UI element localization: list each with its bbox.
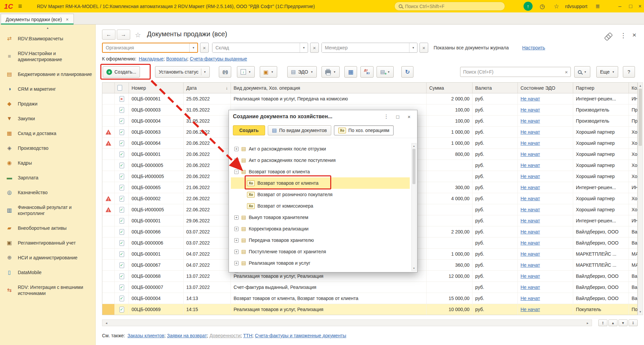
header-date[interactable]: Дата↓ [184,83,231,93]
forward-button[interactable]: → [117,30,130,40]
package-button[interactable]: ▣ ▼ [260,66,277,78]
table-row[interactable]: 00ЦБ-00000414:13Возврат товаров от клиен… [102,293,637,304]
tree-group-row[interactable]: +▤Акт о расхождениях после отгрузки [231,143,410,155]
by-document-types-button[interactable]: ▤ По видам документов [268,125,331,135]
refresh-button[interactable]: ↻ [401,66,413,78]
tree-group-row[interactable]: +▤Передача товаров хранителю [231,234,410,246]
global-search[interactable] [394,2,505,11]
edo-status-link[interactable]: Не начат [521,140,540,146]
search-options-button[interactable]: ▼ [574,66,590,78]
main-menu-hamburger-icon[interactable]: ≡ [18,0,22,12]
sidebar-item[interactable]: ≡RDV:Настройки и администрирование [0,46,95,67]
edo-status-link[interactable]: Не начат [521,185,540,190]
tree-group-row[interactable]: +▤Реализация товаров и услуг [231,257,410,269]
warehouse-filter-clear-button[interactable]: × [310,43,319,53]
back-button[interactable]: ← [102,30,115,40]
scroll-right-icon[interactable]: ▸ [584,320,592,326]
tree-item-row[interactable]: ХоВозврат товаров от клиента [231,177,410,189]
minimize-button[interactable]: – [615,0,625,12]
go-to-bottom-button[interactable]: ↧ [629,319,638,326]
see-also-link[interactable]: ТТН [243,333,252,338]
scroll-down-icon[interactable]: ▼ [638,309,643,314]
edo-status-link[interactable]: Не начат [521,163,540,168]
sidebar-item[interactable]: ◈Производство [0,141,95,156]
tab-sales-documents[interactable]: Документы продажи (все) × [1,14,74,25]
chevron-down-icon[interactable]: ▼ [300,43,308,52]
sidebar-item[interactable]: ◎Казначейство [0,185,95,200]
sidebar-item[interactable]: ▦Склад и доставка [0,126,95,141]
organization-filter-clear-button[interactable]: × [200,43,209,53]
list-search-input[interactable] [463,69,563,75]
history-icon[interactable]: ◷ [540,0,545,12]
to-process-link[interactable]: Возвраты [166,56,187,61]
scroll-up-icon[interactable]: ▲ [412,144,416,148]
tree-group-row[interactable]: +▤Акт о расхождениях после поступления [231,155,410,166]
chevron-down-icon[interactable]: ▼ [189,43,197,52]
dialog-scrollbar[interactable]: ▲ ▼ [411,143,416,271]
table-row[interactable]: 00ЦБ-00006914:15Реализация товаров и усл… [102,304,637,315]
tree-group-row[interactable]: +▤Реализация услуг и прочих активов [231,269,410,273]
more-button[interactable]: Еще ▼ [596,66,618,78]
organization-filter-input[interactable] [103,43,189,52]
sidebar-item[interactable]: ▤Бюджетирование и планирование [0,67,95,82]
to-process-link[interactable]: Накладные [139,56,163,61]
tree-group-row[interactable]: −▤Возврат товаров от клиента [231,166,410,177]
sidebar-item[interactable]: ◑CRM и маркетинг [0,82,95,96]
tab-close-icon[interactable]: × [66,17,68,22]
dialog-scroll-thumb[interactable] [412,149,415,184]
clear-search-icon[interactable]: × [565,69,568,75]
tree-item-row[interactable]: ХоВозврат от розничного покупателя [231,189,410,200]
expander-icon[interactable]: + [234,238,239,243]
table-row[interactable]: 00ЦБ-00006125.05.2022Реализация товаров … [102,93,637,104]
configure-link[interactable]: Настроить [522,45,545,50]
header-edo[interactable]: Состояние ЭДО [518,83,573,93]
scroll-down-icon[interactable]: ▼ [412,266,416,270]
edo-status-link[interactable]: Не начат [521,218,540,223]
page-up-button[interactable]: ▲ [608,319,617,326]
edo-status-link[interactable]: Не начат [521,273,540,279]
maximize-button[interactable]: □ [626,0,636,12]
connection-icon[interactable]: ≣ [595,0,600,12]
go-to-top-button[interactable]: ↥ [598,319,607,326]
edo-status-link[interactable]: Не начат [521,229,540,234]
load-document-button[interactable]: ↓ ▼ [237,66,255,78]
tree-group-row[interactable]: +▤Поступление товаров от хранителя [231,246,410,257]
page-down-button[interactable]: ▼ [618,319,628,326]
header-icon-col[interactable] [115,83,129,93]
vertical-scrollbar[interactable]: ▲ ▼ [638,82,643,315]
sidebar-item[interactable]: ▯DataMobile [0,265,95,280]
edo-status-link[interactable]: Не начат [521,307,540,312]
header-partner[interactable]: Партнер [573,83,629,93]
print-button[interactable]: ▼ [321,66,340,78]
current-user[interactable]: rdvsupport [565,0,587,12]
sidebar-scroll-up-icon[interactable]: ▲ [0,25,95,31]
expander-icon[interactable]: + [234,215,239,220]
tree-group-row[interactable]: +▤Выкуп товаров хранителем [231,212,410,223]
expander-icon[interactable]: + [234,227,239,231]
edo-status-link[interactable]: Не начат [521,196,540,201]
get-link-icon[interactable] [602,31,613,42]
manager-filter-clear-button[interactable]: × [419,43,428,53]
create-based-on-button[interactable]: ▤+ ▼ [377,66,394,78]
tree-item-row[interactable]: ХоВозврат от комиссионера [231,200,410,212]
header-warning-col[interactable] [102,83,115,93]
edo-button[interactable]: ▤ ЭДО ▼ [287,66,317,78]
to-process-link[interactable]: Счета-фактуры выданные [190,56,247,61]
chevron-down-icon[interactable]: ▼ [409,43,417,52]
form-more-icon[interactable]: ⋮ [620,32,627,39]
header-currency[interactable]: Валюта [473,83,518,93]
edo-status-link[interactable]: Не начат [521,285,540,290]
see-also-link[interactable]: Доверенности [209,333,241,338]
expander-icon[interactable]: + [234,158,239,163]
by-operations-button[interactable]: Хо По хоз. операциям [334,125,394,135]
dialog-close-icon[interactable]: × [405,114,413,120]
horizontal-scrollbar[interactable]: ◂ ▸ [102,319,592,326]
warehouse-filter-input[interactable] [212,43,300,52]
edo-status-link[interactable]: Не начат [521,152,540,157]
dialog-maximize-icon[interactable]: □ [394,114,402,120]
dtkt-button[interactable]: ДтКт [360,66,374,78]
vertical-scroll-thumb[interactable] [639,89,642,146]
sidebar-item[interactable]: ▼Закупки [0,111,95,126]
header-ko[interactable]: Ко... [629,83,638,93]
expander-icon[interactable]: + [234,272,239,273]
